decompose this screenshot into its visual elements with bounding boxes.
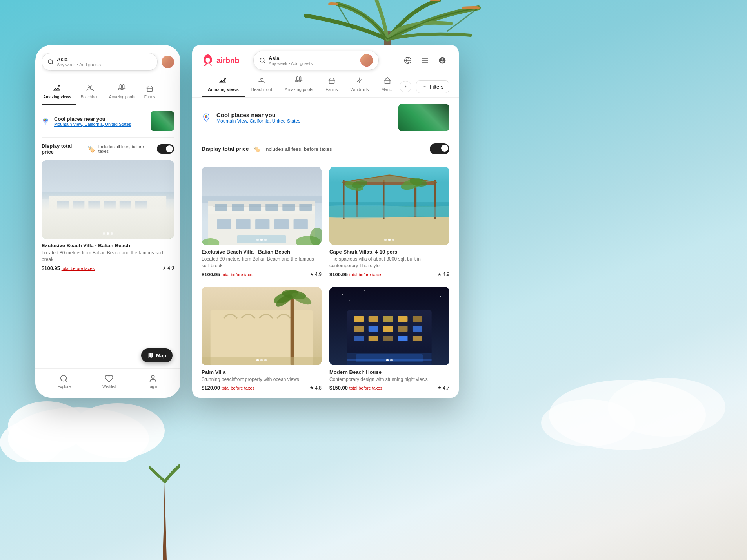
mobile-price-sublabel: Includes all fees, before taxes [98, 144, 154, 154]
mobile-avatar[interactable] [162, 56, 174, 68]
desktop-listing-card-modern[interactable]: Modern Beach House Contemporary design w… [329, 287, 449, 393]
villa-rating: ★ 4.9 [310, 272, 322, 277]
globe-button[interactable] [401, 53, 415, 67]
mobile-tab-amazing-views[interactable]: Amazing views [42, 84, 76, 105]
mobile-nav-explore[interactable]: Explore [57, 374, 71, 389]
desktop-listing-card-palms[interactable]: Palm Villa Stunning beachfront property … [202, 287, 322, 393]
airbnb-logo-text: airbnb [216, 56, 239, 65]
svg-rect-109 [354, 316, 364, 322]
desktop-tab-pools[interactable]: Amazing pools [278, 76, 319, 97]
svg-point-106 [440, 296, 441, 297]
svg-rect-11 [123, 85, 124, 88]
desktop-search-bar[interactable]: Asia Any week • Add guests [253, 51, 379, 70]
mobile-tab-pools[interactable]: Amazing pools [104, 84, 140, 105]
desktop-listing-card-villa[interactable]: Exclusive Beach Villa - Balian Beach Loc… [202, 167, 322, 279]
palms-listing-desc: Stunning beachfront property with ocean … [202, 376, 322, 383]
svg-rect-52 [206, 115, 207, 116]
desktop-search-subtitle: Any week • Add guests [269, 61, 357, 66]
desktop-mansions-icon [383, 76, 392, 85]
svg-rect-75 [294, 219, 308, 229]
desktop-avatar[interactable] [360, 54, 373, 67]
mobile-tab-beachfront[interactable]: Beachfront [76, 84, 104, 105]
desktop-browser: airbnb Asia Any week • Add guests [192, 45, 459, 398]
svg-rect-54 [206, 116, 207, 118]
categories-scroll-right[interactable] [400, 81, 411, 92]
desktop-price-sublabel: Includes all fees, before taxes [265, 146, 332, 152]
mobile-tab-beachfront-label: Beachfront [81, 95, 100, 99]
mobile-nav-explore-label: Explore [57, 384, 71, 389]
mobile-price-toggle[interactable] [157, 144, 174, 154]
svg-point-4 [0, 421, 63, 462]
svg-rect-25 [120, 201, 131, 209]
desktop-tab-windmills-label: Windmills [350, 87, 369, 92]
mobile-listing-image-dots [103, 232, 113, 235]
desktop-tab-amazing-views[interactable]: Amazing views [202, 76, 245, 97]
mobile-nav-wishlist[interactable]: Wishlist [102, 374, 116, 389]
desktop-listing-card-shark[interactable]: Cape Shark Villas, 4-10 pers. The spacio… [329, 167, 449, 279]
desktop-farms-icon [327, 76, 336, 85]
svg-point-34 [139, 228, 171, 239]
mobile-listing-card[interactable]: Exclusive Beach Villa - Balian Beach Loc… [42, 160, 174, 273]
mobile-cool-places-image [151, 111, 174, 131]
desktop-search-icon [259, 57, 265, 63]
desktop-price-label: Display total price [202, 146, 249, 152]
svg-point-107 [349, 300, 350, 301]
desktop-category-row: Amazing views Beachfront Amazing poo [192, 76, 459, 98]
mobile-search-bar[interactable]: Asia Any week • Add guests [42, 53, 158, 71]
profile-button[interactable] [435, 53, 449, 67]
modern-listing-title: Modern Beach House [329, 369, 449, 375]
svg-rect-51 [205, 115, 206, 116]
shark-listing-title: Cape Shark Villas, 4-10 pers. [329, 249, 449, 255]
desktop-cool-places[interactable]: Cool places near you Mountain View, Cali… [192, 98, 459, 138]
svg-rect-30 [98, 218, 112, 228]
palms-price-label[interactable]: total before taxes [222, 386, 254, 390]
desktop-tab-beachfront-label: Beachfront [251, 87, 272, 92]
explore-icon [60, 374, 68, 383]
star-icon: ★ [162, 266, 166, 271]
svg-rect-71 [217, 219, 231, 229]
wishlist-icon [105, 374, 113, 383]
desktop-price-tag-icon: 🏷️ [253, 145, 261, 153]
modern-image-dots [386, 359, 393, 361]
desktop-amazing-views-icon [219, 76, 227, 85]
desktop-tab-beachfront[interactable]: Beachfront [245, 76, 278, 97]
mobile-tab-farms[interactable]: Farms [140, 84, 160, 105]
svg-rect-114 [354, 326, 364, 332]
svg-rect-17 [45, 120, 46, 121]
modern-price-label[interactable]: total before taxes [349, 386, 382, 390]
svg-rect-121 [383, 336, 393, 341]
svg-rect-19 [42, 192, 174, 199]
menu-button[interactable] [418, 53, 432, 67]
mobile-map-button[interactable]: Map [141, 348, 173, 362]
mobile-search-location: Asia [57, 56, 152, 62]
desktop-search-location: Asia [269, 55, 357, 61]
beachfront-icon [86, 84, 95, 92]
villa-price-label[interactable]: total before taxes [222, 272, 254, 277]
filters-button[interactable]: Filters [416, 80, 449, 93]
mobile-category-tabs: Amazing views Beachfront [42, 78, 174, 105]
mobile-cool-places[interactable]: Cool places near you Mountain View, Cali… [42, 105, 174, 138]
mobile-listing-image [42, 160, 174, 239]
svg-rect-53 [205, 116, 206, 118]
desktop-cool-places-location[interactable]: Mountain View, California, United States [216, 118, 300, 124]
svg-rect-95 [291, 299, 294, 365]
desktop-tab-mansions[interactable]: Man... [375, 76, 399, 97]
svg-point-33 [44, 225, 63, 239]
mobile-listing-desc: Located 80 meters from Balian Beach and … [42, 250, 174, 263]
shark-price-label[interactable]: total before taxes [349, 272, 382, 277]
svg-rect-64 [215, 204, 227, 211]
desktop-tab-farms[interactable]: Farms [319, 76, 344, 97]
mobile-cool-places-location[interactable]: Mountain View, California, United States [54, 122, 131, 127]
svg-rect-31 [116, 218, 129, 228]
modern-listing-desc: Contemporary design with stunning night … [329, 376, 449, 383]
mobile-nav-login[interactable]: Log in [147, 374, 158, 389]
desktop-display-price: Display total price 🏷️ Includes all fees… [192, 138, 459, 160]
svg-rect-67 [265, 204, 278, 211]
desktop-tab-windmills[interactable]: Windmills [344, 76, 375, 97]
svg-rect-110 [369, 316, 378, 322]
svg-rect-45 [300, 77, 301, 80]
desktop-price-toggle[interactable] [430, 143, 449, 154]
mobile-listing-price-label: total before taxes [62, 266, 95, 271]
desktop-modern-image [329, 287, 449, 365]
svg-rect-24 [104, 201, 116, 209]
